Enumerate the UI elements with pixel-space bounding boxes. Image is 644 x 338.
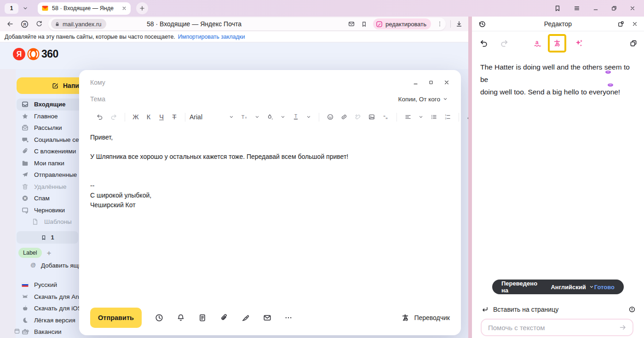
domain-capsule[interactable]: mail.yandex.ru	[51, 19, 106, 29]
helper-input[interactable]	[487, 323, 619, 332]
yandex-mail-favicon	[41, 5, 49, 12]
divider	[450, 20, 451, 28]
bullet-list-button[interactable]	[430, 113, 437, 121]
logo-360-text: 360	[41, 48, 58, 60]
cc-from-toggle[interactable]: Копии, От кого	[398, 96, 448, 103]
underline-button[interactable]: Ч	[155, 113, 168, 121]
svg-text:Я: Я	[23, 22, 26, 26]
restore-icon[interactable]	[611, 5, 617, 12]
compose-minimize-icon[interactable]	[413, 80, 419, 86]
new-tab-button[interactable]	[136, 2, 148, 14]
translate-icon[interactable]	[552, 39, 562, 48]
add-label-button[interactable]: +	[47, 249, 52, 257]
bookmark-filter-pill[interactable]: 1	[17, 231, 78, 244]
add-mailbox-button[interactable]: @ Добавить ящик	[29, 262, 85, 269]
quote-button[interactable]: “„	[382, 113, 389, 121]
mail-action-icon[interactable]	[348, 20, 355, 28]
svg-text:T: T	[242, 114, 245, 120]
info-icon[interactable]	[628, 306, 636, 313]
editor-panel: Редактор a The Hatter is doing well and …	[472, 17, 644, 338]
attach-mail-icon[interactable]	[263, 313, 272, 322]
font-size-button[interactable]: Tт	[241, 113, 248, 121]
unlink-button[interactable]	[354, 113, 362, 121]
font-family-select[interactable]: Arial	[190, 113, 225, 121]
attach-disk-icon[interactable]	[241, 313, 250, 322]
omnibox[interactable]: mail.yandex.ru 58 · Входящие — Яндекс По…	[48, 17, 446, 30]
copy-icon[interactable]	[629, 39, 638, 47]
downloads-icon[interactable]	[455, 20, 463, 28]
compose-footer: Отправить Переводчик	[90, 308, 450, 328]
purple-cursor-icon	[605, 70, 611, 74]
tab-list-chevron-icon[interactable]	[22, 5, 29, 12]
emoji-button[interactable]	[327, 113, 334, 121]
translator-button[interactable]: Переводчик	[401, 313, 450, 322]
lock-icon	[54, 21, 60, 27]
chevron-down-icon[interactable]	[254, 114, 260, 120]
bookmarks-panel-icon[interactable]	[554, 5, 561, 12]
to-field[interactable]: Кому	[90, 79, 105, 86]
trash-icon	[21, 183, 29, 191]
align-button[interactable]	[404, 113, 412, 121]
tab-counter[interactable]: 1	[5, 3, 18, 14]
panel-undo-icon[interactable]	[479, 39, 489, 48]
tab-close-icon[interactable]	[121, 6, 127, 11]
redo-icon[interactable]	[110, 113, 117, 121]
menu-icon[interactable]	[573, 5, 581, 12]
panel-redo-icon[interactable]	[500, 39, 509, 48]
compose-expand-icon[interactable]	[428, 80, 434, 85]
spellcheck-icon[interactable]: a	[533, 39, 542, 48]
chevron-down-icon[interactable]	[306, 114, 311, 120]
ai-sparkles-icon[interactable]	[574, 39, 583, 48]
done-button[interactable]: Готово	[594, 284, 615, 291]
subject-row: Тема Копии, От кого	[90, 93, 448, 105]
link-button[interactable]	[340, 113, 348, 121]
numbered-list-button[interactable]: 12	[444, 113, 451, 121]
active-tab[interactable]: 58 · Входящие — Янде	[38, 2, 131, 15]
close-window-icon[interactable]	[629, 5, 636, 12]
label-tag[interactable]: Label	[18, 248, 42, 258]
refresh-icon[interactable]	[35, 20, 43, 28]
send-button[interactable]: Отправить	[90, 308, 142, 328]
apple-icon	[21, 304, 29, 312]
panel-header: Редактор	[472, 17, 644, 31]
subject-field[interactable]: Тема	[90, 95, 105, 103]
more-actions-icon[interactable]	[284, 314, 293, 322]
edit-mode-pill[interactable]: редактировать	[373, 18, 431, 29]
insert-to-page-button[interactable]: Вставить на страницу	[481, 304, 636, 315]
reminder-bell-icon[interactable]	[176, 313, 185, 322]
chevron-down-icon[interactable]	[229, 114, 234, 120]
more-options-icon[interactable]	[437, 21, 443, 27]
submit-arrow-icon[interactable]	[619, 323, 627, 332]
message-body[interactable]: Привет, У Шляпника все хорошо у остальны…	[90, 133, 443, 210]
undo-icon[interactable]	[96, 113, 104, 121]
import-bookmarks-link[interactable]: Импортировать закладки	[178, 34, 245, 40]
yandex-button-icon[interactable]: Я	[20, 20, 29, 29]
fill-color-button[interactable]	[266, 113, 274, 121]
collapsed-widgets[interactable]	[14, 328, 30, 334]
compose-close-icon[interactable]	[443, 79, 450, 86]
chevron-down-icon	[589, 284, 594, 290]
text-color-button[interactable]: T	[292, 113, 299, 121]
chevron-down-icon[interactable]	[418, 114, 424, 120]
delayed-send-icon[interactable]	[155, 313, 164, 322]
strikethrough-button[interactable]: Т	[168, 113, 181, 121]
bold-button[interactable]: Ж	[129, 113, 142, 121]
image-button[interactable]	[368, 113, 375, 121]
chevron-down-icon[interactable]	[280, 114, 286, 120]
back-icon[interactable]	[6, 20, 14, 28]
italic-button[interactable]: К	[142, 113, 155, 121]
paperclip-icon	[21, 147, 29, 155]
send-plane-icon	[21, 171, 29, 179]
drafts-icon	[21, 206, 29, 214]
attach-file-icon[interactable]	[219, 313, 229, 322]
language-select[interactable]: Английский	[551, 284, 594, 291]
template-notes-icon[interactable]	[198, 313, 207, 322]
bookmark-icon[interactable]	[361, 21, 368, 28]
minimize-icon[interactable]	[592, 5, 599, 12]
labels-row: Label +	[18, 248, 52, 258]
tab-counter-value: 1	[10, 5, 13, 12]
yandex360-logo[interactable]: Я 360	[13, 48, 58, 60]
omnibox-actions: редактировать	[348, 18, 443, 29]
helper-input-box[interactable]	[481, 319, 633, 336]
translated-text[interactable]: The Hatter is doing well and the others …	[480, 61, 635, 98]
